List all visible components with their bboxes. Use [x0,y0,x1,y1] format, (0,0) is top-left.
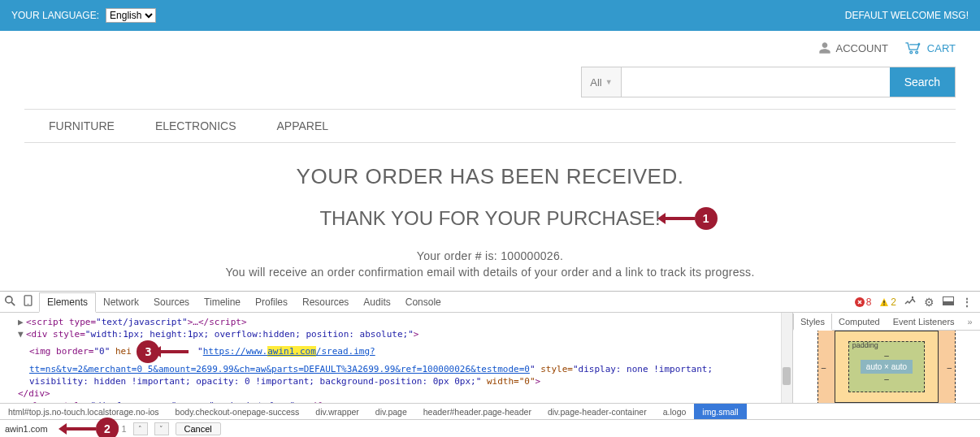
crumb-logo[interactable]: a.logo [655,404,695,419]
src-line-2b: "width:1px; height:1px; overflow:hidden;… [85,329,414,340]
find-prev-button[interactable]: ˄ [133,422,148,435]
language-switcher: YOUR LANGUAGE: English [11,8,156,23]
src-line-3u2: awin1.com [267,346,316,357]
crumb-wrapper[interactable]: div.wrapper [307,404,367,419]
crumb-html[interactable]: html#top.js.no-touch.localstorage.no-ios [0,404,167,419]
language-select[interactable]: English [106,8,156,23]
order-number-line: Your order # is: 100000026. [24,249,956,262]
tab-elements[interactable]: Elements [39,292,96,313]
search-input[interactable] [622,67,890,97]
box-model-diagram: – – – – padding – auto × auto – [793,331,980,403]
src-line-3u1: https://www. [203,346,267,357]
search-category-select[interactable]: All ▼ [582,67,621,97]
find-count: 1 of 1 [104,424,127,434]
search-category-label: All [590,76,601,89]
svg-rect-8 [884,304,885,305]
side-tab-styles[interactable]: Styles [793,314,832,331]
order-success: YOUR ORDER HAS BEEN RECEIVED. THANK YOU … [0,143,980,279]
account-row: ACCOUNT CART [24,32,956,60]
src-line-6: </div> [18,388,50,399]
find-next-button[interactable]: ˅ [154,422,169,435]
tab-sources[interactable]: Sources [146,292,197,312]
src-line-4b: "display: none !important; [573,364,713,374]
crumb-img[interactable]: img.small [694,404,746,419]
src-line-1a: <script type= [26,317,96,327]
tab-timeline[interactable]: Timeline [197,292,248,312]
side-tab-computed[interactable]: Computed [832,313,887,330]
annotation-1: 1 [666,207,718,230]
crumb-header[interactable]: header#header.page-header [415,404,540,419]
welcome-message: DEFAULT WELCOME MSG! [845,10,969,21]
error-count-badge[interactable]: 8 [855,296,872,308]
crumb-page[interactable]: div.page [367,404,415,419]
svg-point-0 [910,51,913,54]
src-line-3q: " [197,346,203,357]
src-line-3c: hei [110,346,132,357]
devtools-panel: Elements Network Sources Timeline Profil… [0,291,980,437]
devtools-find-bar: 2 1 of 1 ˄ ˅ Cancel [0,419,980,437]
src-line-4a: tt=ns&tv=2&merchant=0 5&amount=2699.99&c… [29,364,530,374]
src-line-7d: "aw_basket_form" [209,400,295,403]
page-title: YOUR ORDER HAS BEEN RECEIVED. [24,164,956,189]
account-link[interactable]: ACCOUNT [818,41,888,54]
src-line-3a: <img border= [29,346,93,357]
nav-item-electronics[interactable]: ELECTRONICS [155,119,236,132]
src-line-3b: "0" [93,346,110,357]
box-model-padding-label: padding [852,341,878,349]
svg-line-3 [11,302,15,305]
tab-audits[interactable]: Audits [356,292,397,312]
svg-point-1 [916,51,918,54]
box-model-content: auto × auto [861,360,913,374]
more-icon[interactable]: ⋮ [962,296,972,308]
src-line-5b: width="0" [481,376,535,387]
search-button[interactable]: Search [890,67,955,97]
crumb-header-container[interactable]: div.page-header-container [540,404,655,419]
device-icon[interactable] [24,295,33,309]
crumb-body[interactable]: body.checkout-onepage-success [167,404,308,419]
language-label: YOUR LANGUAGE: [11,10,99,21]
warning-count-badge[interactable]: 2 [879,296,896,308]
annotation-3: 3 [137,340,189,363]
tab-profiles[interactable]: Profiles [248,292,295,312]
page-subtitle: THANK YOU FOR YOUR PURCHASE! 1 [319,207,660,230]
nav-item-furniture[interactable]: FURNITURE [49,119,115,132]
gear-icon[interactable]: ⚙ [924,296,934,309]
src-line-2c: > [414,329,419,340]
scrollbar-thumb[interactable] [783,367,791,385]
src-line-5c: > [536,376,541,387]
nav-item-apparel[interactable]: APPAREL [276,119,328,132]
devtools-tabs: Elements Network Sources Timeline Profil… [0,292,980,313]
dock-icon[interactable] [943,296,954,308]
scrollbar-track[interactable] [781,313,792,403]
src-line-2a: <div style= [26,329,85,340]
devtools-side-tabs: Styles Computed Event Listeners » [793,313,980,331]
drawer-icon[interactable] [904,296,916,308]
src-line-1b: "text/javascript" [96,317,188,327]
cart-label: CART [927,42,956,54]
tab-network[interactable]: Network [96,292,146,312]
tab-resources[interactable]: Resources [295,292,356,312]
search-icon[interactable] [5,296,15,309]
src-line-7e: >…</form> [295,400,344,403]
devtools-side-panel: Styles Computed Event Listeners » – – – … [793,313,980,403]
search-box: All ▼ Search [581,67,956,97]
page-header: ACCOUNT CART All ▼ Search FURNITURE ELE [0,31,980,143]
src-line-3u3: /sread.img? [316,346,375,357]
side-tab-events[interactable]: Event Listeners [887,313,961,330]
account-label: ACCOUNT [836,42,888,54]
src-line-5a: visibility: hidden !important; opacity: … [29,376,481,387]
tab-console[interactable]: Console [398,292,449,312]
side-tab-more[interactable]: » [961,313,979,330]
search-row: All ▼ Search [24,60,956,109]
svg-rect-9 [912,296,913,298]
src-line-7b: "display: none;" [90,400,176,403]
svg-rect-11 [943,301,954,305]
chevron-down-icon: ▼ [605,78,613,86]
find-cancel-button[interactable]: Cancel [176,422,221,435]
find-input[interactable] [5,424,65,434]
src-line-7c: name= [176,400,209,403]
subtitle-text: THANK YOU FOR YOUR PURCHASE! [319,207,660,229]
cart-link[interactable]: CART [904,41,956,55]
devtools-elements-tree[interactable]: ▶<script type="text/javascript">…</scrip… [0,313,793,403]
src-line-7a: <form style= [26,400,90,403]
